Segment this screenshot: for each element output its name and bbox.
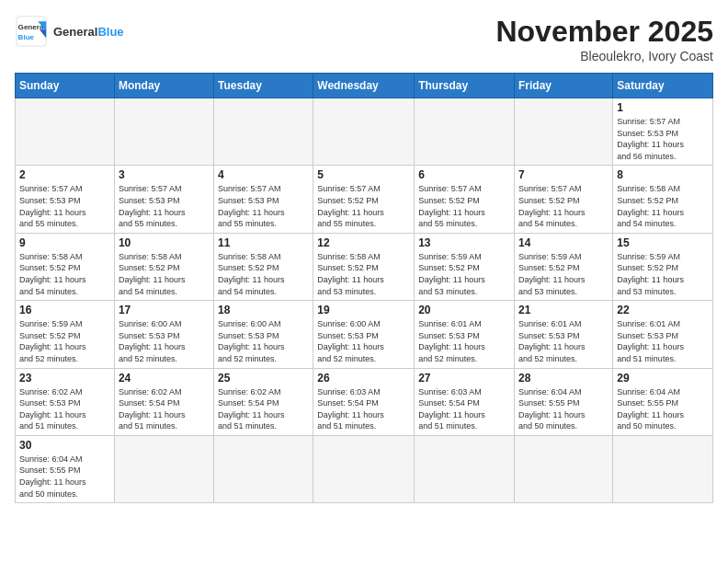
weekday-header-saturday: Saturday xyxy=(613,74,713,98)
weekday-header-sunday: Sunday xyxy=(16,74,115,98)
day-number: 20 xyxy=(418,304,510,316)
day-info: Sunrise: 6:01 AM Sunset: 5:53 PM Dayligh… xyxy=(617,318,709,364)
day-number: 10 xyxy=(119,236,210,249)
calendar-week-row: 9Sunrise: 5:58 AM Sunset: 5:52 PM Daylig… xyxy=(16,233,713,300)
day-info: Sunrise: 5:57 AM Sunset: 5:53 PM Dayligh… xyxy=(19,183,110,229)
day-number: 6 xyxy=(418,168,510,181)
page-header: General Blue GeneralBlue November 2025 B… xyxy=(15,15,713,63)
calendar-cell: 22Sunrise: 6:01 AM Sunset: 5:53 PM Dayli… xyxy=(613,301,713,368)
calendar-cell: 5Sunrise: 5:57 AM Sunset: 5:52 PM Daylig… xyxy=(313,166,415,233)
day-number: 23 xyxy=(19,372,110,385)
calendar-cell: 19Sunrise: 6:00 AM Sunset: 5:53 PM Dayli… xyxy=(313,301,415,368)
day-info: Sunrise: 6:04 AM Sunset: 5:55 PM Dayligh… xyxy=(518,386,609,432)
day-number: 12 xyxy=(317,236,410,249)
logo-icon: General Blue xyxy=(15,15,48,48)
calendar-cell: 30Sunrise: 6:04 AM Sunset: 5:55 PM Dayli… xyxy=(16,435,115,502)
day-info: Sunrise: 6:01 AM Sunset: 5:53 PM Dayligh… xyxy=(418,318,510,364)
day-info: Sunrise: 5:59 AM Sunset: 5:52 PM Dayligh… xyxy=(617,251,709,297)
day-info: Sunrise: 5:58 AM Sunset: 5:52 PM Dayligh… xyxy=(19,251,110,297)
calendar-cell: 8Sunrise: 5:58 AM Sunset: 5:52 PM Daylig… xyxy=(613,166,713,233)
day-info: Sunrise: 6:00 AM Sunset: 5:53 PM Dayligh… xyxy=(317,318,410,364)
day-info: Sunrise: 5:58 AM Sunset: 5:52 PM Dayligh… xyxy=(617,183,709,229)
calendar-cell xyxy=(214,435,313,502)
day-number: 5 xyxy=(317,168,410,181)
day-number: 15 xyxy=(617,236,709,249)
day-info: Sunrise: 6:04 AM Sunset: 5:55 PM Dayligh… xyxy=(19,454,110,500)
day-info: Sunrise: 6:02 AM Sunset: 5:54 PM Dayligh… xyxy=(218,386,309,432)
day-info: Sunrise: 6:01 AM Sunset: 5:53 PM Dayligh… xyxy=(518,318,609,364)
calendar-week-row: 1Sunrise: 5:57 AM Sunset: 5:53 PM Daylig… xyxy=(16,98,713,166)
calendar-cell: 29Sunrise: 6:04 AM Sunset: 5:55 PM Dayli… xyxy=(613,368,713,435)
day-number: 2 xyxy=(19,168,110,181)
calendar-week-row: 16Sunrise: 5:59 AM Sunset: 5:52 PM Dayli… xyxy=(16,301,713,368)
calendar-cell: 26Sunrise: 6:03 AM Sunset: 5:54 PM Dayli… xyxy=(313,368,415,435)
day-info: Sunrise: 5:57 AM Sunset: 5:53 PM Dayligh… xyxy=(617,116,709,162)
weekday-header-tuesday: Tuesday xyxy=(214,74,313,98)
day-number: 9 xyxy=(19,236,110,249)
calendar-cell xyxy=(114,435,213,502)
calendar-cell: 7Sunrise: 5:57 AM Sunset: 5:52 PM Daylig… xyxy=(515,166,613,233)
day-info: Sunrise: 6:04 AM Sunset: 5:55 PM Dayligh… xyxy=(617,386,709,432)
calendar-cell: 28Sunrise: 6:04 AM Sunset: 5:55 PM Dayli… xyxy=(515,368,613,435)
calendar-cell: 20Sunrise: 6:01 AM Sunset: 5:53 PM Dayli… xyxy=(415,301,515,368)
calendar-cell: 1Sunrise: 5:57 AM Sunset: 5:53 PM Daylig… xyxy=(613,98,713,166)
day-info: Sunrise: 6:00 AM Sunset: 5:53 PM Dayligh… xyxy=(218,318,309,364)
calendar-cell: 6Sunrise: 5:57 AM Sunset: 5:52 PM Daylig… xyxy=(415,166,515,233)
day-number: 29 xyxy=(617,372,709,385)
calendar-cell: 3Sunrise: 5:57 AM Sunset: 5:53 PM Daylig… xyxy=(114,166,213,233)
day-number: 13 xyxy=(418,236,510,249)
calendar-cell: 27Sunrise: 6:03 AM Sunset: 5:54 PM Dayli… xyxy=(415,368,515,435)
day-info: Sunrise: 5:59 AM Sunset: 5:52 PM Dayligh… xyxy=(19,318,110,364)
calendar-cell: 12Sunrise: 5:58 AM Sunset: 5:52 PM Dayli… xyxy=(313,233,415,300)
weekday-header-friday: Friday xyxy=(515,74,613,98)
calendar-cell: 10Sunrise: 5:58 AM Sunset: 5:52 PM Dayli… xyxy=(114,233,213,300)
day-info: Sunrise: 6:03 AM Sunset: 5:54 PM Dayligh… xyxy=(317,386,410,432)
day-number: 1 xyxy=(617,101,709,114)
day-info: Sunrise: 5:58 AM Sunset: 5:52 PM Dayligh… xyxy=(218,251,309,297)
title-block: November 2025 Bleoulekro, Ivory Coast xyxy=(495,15,713,63)
calendar-cell: 11Sunrise: 5:58 AM Sunset: 5:52 PM Dayli… xyxy=(214,233,313,300)
day-info: Sunrise: 5:58 AM Sunset: 5:52 PM Dayligh… xyxy=(119,251,210,297)
day-info: Sunrise: 5:59 AM Sunset: 5:52 PM Dayligh… xyxy=(418,251,510,297)
calendar-cell: 16Sunrise: 5:59 AM Sunset: 5:52 PM Dayli… xyxy=(16,301,115,368)
calendar-cell: 17Sunrise: 6:00 AM Sunset: 5:53 PM Dayli… xyxy=(114,301,213,368)
calendar-cell xyxy=(515,435,613,502)
weekday-header-row: SundayMondayTuesdayWednesdayThursdayFrid… xyxy=(16,74,713,98)
day-info: Sunrise: 5:58 AM Sunset: 5:52 PM Dayligh… xyxy=(317,251,410,297)
day-number: 14 xyxy=(518,236,609,249)
calendar-cell xyxy=(415,435,515,502)
svg-text:Blue: Blue xyxy=(18,33,35,41)
calendar-cell: 23Sunrise: 6:02 AM Sunset: 5:53 PM Dayli… xyxy=(16,368,115,435)
day-number: 3 xyxy=(119,168,210,181)
month-title: November 2025 xyxy=(495,15,713,49)
calendar-cell xyxy=(313,435,415,502)
weekday-header-thursday: Thursday xyxy=(415,74,515,98)
logo: General Blue GeneralBlue xyxy=(15,15,124,48)
calendar-week-row: 23Sunrise: 6:02 AM Sunset: 5:53 PM Dayli… xyxy=(16,368,713,435)
calendar-cell: 25Sunrise: 6:02 AM Sunset: 5:54 PM Dayli… xyxy=(214,368,313,435)
day-info: Sunrise: 6:02 AM Sunset: 5:54 PM Dayligh… xyxy=(119,386,210,432)
day-number: 26 xyxy=(317,372,410,385)
calendar-cell: 24Sunrise: 6:02 AM Sunset: 5:54 PM Dayli… xyxy=(114,368,213,435)
day-number: 22 xyxy=(617,304,709,316)
calendar-cell: 14Sunrise: 5:59 AM Sunset: 5:52 PM Dayli… xyxy=(515,233,613,300)
calendar-cell: 15Sunrise: 5:59 AM Sunset: 5:52 PM Dayli… xyxy=(613,233,713,300)
calendar-week-row: 30Sunrise: 6:04 AM Sunset: 5:55 PM Dayli… xyxy=(16,435,713,502)
day-number: 8 xyxy=(617,168,709,181)
calendar-cell xyxy=(415,98,515,166)
calendar-cell: 2Sunrise: 5:57 AM Sunset: 5:53 PM Daylig… xyxy=(16,166,115,233)
calendar-cell xyxy=(16,98,115,166)
calendar-table: SundayMondayTuesdayWednesdayThursdayFrid… xyxy=(15,73,713,503)
day-number: 24 xyxy=(119,372,210,385)
day-number: 25 xyxy=(218,372,309,385)
day-info: Sunrise: 5:57 AM Sunset: 5:52 PM Dayligh… xyxy=(418,183,510,229)
calendar-cell: 21Sunrise: 6:01 AM Sunset: 5:53 PM Dayli… xyxy=(515,301,613,368)
day-info: Sunrise: 5:57 AM Sunset: 5:52 PM Dayligh… xyxy=(317,183,410,229)
day-info: Sunrise: 6:03 AM Sunset: 5:54 PM Dayligh… xyxy=(418,386,510,432)
calendar-cell xyxy=(515,98,613,166)
calendar-cell: 9Sunrise: 5:58 AM Sunset: 5:52 PM Daylig… xyxy=(16,233,115,300)
day-number: 21 xyxy=(518,304,609,316)
day-info: Sunrise: 5:59 AM Sunset: 5:52 PM Dayligh… xyxy=(518,251,609,297)
location-subtitle: Bleoulekro, Ivory Coast xyxy=(495,49,713,63)
weekday-header-monday: Monday xyxy=(114,74,213,98)
